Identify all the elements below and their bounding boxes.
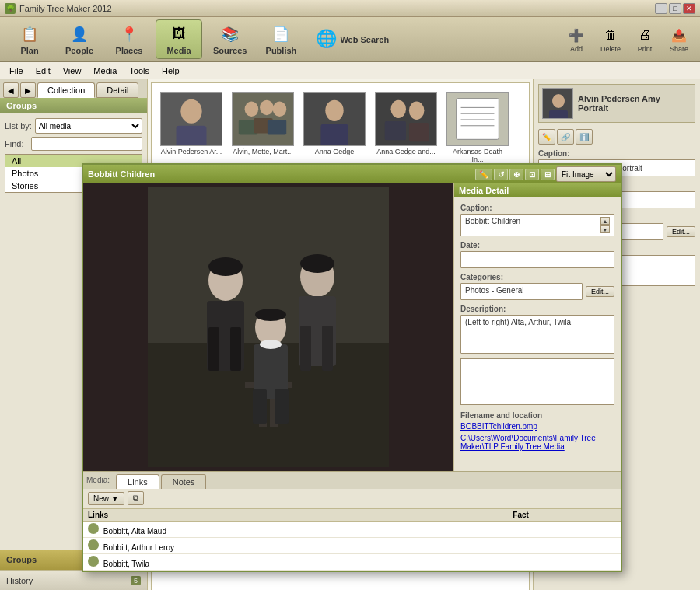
rp-edit-btn[interactable]: ✏️ bbox=[538, 129, 555, 145]
overlay-titlebar: Bobbitt Children ✏️ ↺ ⊕ ⊡ ⊞ Fit Image Ac… bbox=[83, 165, 621, 183]
rp-toolbar: ✏️ 🔗 ℹ️ bbox=[538, 129, 695, 145]
links-table: Links Fact Bobbitt, Alta Maud bbox=[83, 509, 621, 571]
svg-rect-58 bbox=[253, 389, 267, 424]
nav-websearch[interactable]: 🌐 Web Search bbox=[307, 25, 397, 53]
filename-link[interactable]: BOBBITTchildren.bmp bbox=[460, 422, 537, 431]
media-item-anna-gedge[interactable]: Anna Gedge bbox=[299, 88, 369, 167]
overlay-edit-btn[interactable]: ✏️ bbox=[475, 169, 492, 180]
media-item-alvin-pedersen[interactable]: Alvin Pedersen Ar... bbox=[156, 88, 226, 167]
nav-websearch-label: Web Search bbox=[340, 35, 389, 44]
media-item-anna-gedge-label: Anna Gedge bbox=[315, 148, 355, 155]
filepath-link[interactable]: C:\Users\Word\Documents\Family Tree Make… bbox=[460, 434, 614, 451]
svg-rect-12 bbox=[320, 124, 348, 146]
ov-categories-section: Categories: Photos - General Edit... bbox=[460, 273, 614, 300]
close-button[interactable]: ✕ bbox=[683, 3, 695, 14]
nav-media[interactable]: 🖼 Media bbox=[156, 19, 202, 59]
svg-rect-9 bbox=[268, 120, 286, 135]
share-icon: 📤 bbox=[669, 25, 689, 45]
rp-info-btn[interactable]: ℹ️ bbox=[576, 129, 593, 145]
nav-people[interactable]: 👤 People bbox=[56, 20, 103, 58]
table-row[interactable]: Bobbitt, Twila bbox=[83, 554, 621, 571]
link-name-2: Bobbitt, Arthur Leroy bbox=[103, 543, 174, 552]
new-link-button[interactable]: New ▼ bbox=[88, 492, 124, 505]
ov-caption-down[interactable]: ▼ bbox=[600, 225, 610, 233]
nav-places[interactable]: 📍 Places bbox=[106, 20, 152, 58]
menu-file[interactable]: File bbox=[3, 65, 30, 77]
svg-rect-16 bbox=[385, 121, 406, 140]
overlay-zoom-btn[interactable]: ⊞ bbox=[541, 169, 555, 180]
ov-categories-edit-button[interactable]: Edit... bbox=[586, 286, 614, 297]
right-panel-header: Alvin Pedersen Amy Portrait bbox=[538, 84, 695, 123]
title-bar: 🌳 Family Tree Maker 2012 — □ ✕ bbox=[0, 0, 700, 17]
tab-links[interactable]: Links bbox=[116, 474, 159, 489]
link-icon: ⧉ bbox=[133, 494, 138, 503]
table-row[interactable]: Bobbitt, Arthur Leroy bbox=[83, 538, 621, 554]
publish-icon: 📄 bbox=[270, 23, 292, 45]
overlay-refresh-btn[interactable]: ↺ bbox=[494, 169, 508, 180]
minimize-button[interactable]: — bbox=[655, 3, 667, 14]
links-col-header: Links bbox=[83, 509, 508, 522]
add-button[interactable]: ➕ Add bbox=[562, 23, 591, 54]
groups-bottom-label: Groups bbox=[6, 555, 37, 564]
media-icon: 🖼 bbox=[168, 23, 190, 45]
ov-caption-up[interactable]: ▲ bbox=[600, 217, 610, 225]
menu-media[interactable]: Media bbox=[87, 65, 123, 77]
filename-section: Filename and location BOBBITTchildren.bm… bbox=[460, 411, 614, 451]
menu-tools[interactable]: Tools bbox=[123, 65, 156, 77]
maximize-button[interactable]: □ bbox=[669, 3, 681, 14]
overlay-window: Bobbitt Children ✏️ ↺ ⊕ ⊡ ⊞ Fit Image Ac… bbox=[82, 163, 622, 572]
nav-media-label: Media bbox=[166, 46, 191, 55]
delete-label: Delete bbox=[600, 45, 621, 53]
ov-caption-label: Caption: bbox=[460, 204, 614, 212]
nav-sources[interactable]: 📚 Sources bbox=[205, 20, 254, 58]
delete-button[interactable]: 🗑 Delete bbox=[596, 23, 625, 54]
categories-edit-button[interactable]: Edit... bbox=[667, 226, 695, 237]
rp-link-btn[interactable]: 🔗 bbox=[557, 129, 574, 145]
tab-detail[interactable]: Detail bbox=[96, 82, 138, 98]
overlay-info-btn[interactable]: ⊕ bbox=[509, 169, 523, 180]
forward-arrow[interactable]: ▶ bbox=[20, 82, 36, 98]
tab-notes[interactable]: Notes bbox=[161, 474, 207, 489]
ov-scroll-area[interactable] bbox=[460, 358, 614, 405]
caption-label: Caption: bbox=[538, 149, 695, 158]
share-button[interactable]: 📤 Share bbox=[664, 23, 694, 54]
media-item-anna-gedge-and[interactable]: Anna Gedge and... bbox=[371, 88, 441, 167]
menu-view[interactable]: View bbox=[57, 65, 88, 77]
link-icon-btn[interactable]: ⧉ bbox=[128, 491, 144, 505]
link-cell-3: Bobbitt, Twila bbox=[83, 554, 508, 571]
svg-rect-59 bbox=[275, 389, 289, 424]
new-link-label: New ▼ bbox=[93, 494, 119, 503]
menu-edit[interactable]: Edit bbox=[30, 65, 57, 77]
print-icon: 🖨 bbox=[635, 25, 655, 45]
media-item-arkansas-label: Arkansas Death In... bbox=[446, 148, 509, 163]
ov-categories-value: Photos - General bbox=[460, 283, 583, 300]
nav-plan[interactable]: 📋 Plan bbox=[6, 20, 53, 58]
share-label: Share bbox=[670, 45, 688, 53]
find-input[interactable] bbox=[31, 137, 142, 151]
svg-point-63 bbox=[255, 309, 286, 321]
listby-select[interactable]: All media bbox=[35, 118, 142, 134]
bottom-tabs-bar: Media: Links Notes bbox=[83, 471, 621, 489]
svg-point-14 bbox=[391, 100, 407, 118]
history-btn[interactable]: History 5 bbox=[0, 570, 147, 590]
websearch-icon: 🌐 bbox=[315, 28, 337, 50]
tab-collection[interactable]: Collection bbox=[37, 82, 95, 98]
media-item-arkansas[interactable]: Arkansas Death In... bbox=[443, 88, 513, 167]
print-button[interactable]: 🖨 Print bbox=[630, 23, 660, 54]
fit-select[interactable]: Fit Image Actual Size Fit Width bbox=[556, 166, 616, 182]
table-row[interactable]: Bobbitt, Alta Maud bbox=[83, 522, 621, 538]
svg-point-60 bbox=[260, 340, 282, 349]
listby-row: List by: All media bbox=[5, 118, 142, 134]
link-cell: Bobbitt, Alta Maud bbox=[83, 522, 508, 538]
svg-rect-54 bbox=[300, 326, 311, 371]
svg-point-15 bbox=[409, 102, 425, 120]
back-arrow[interactable]: ◀ bbox=[3, 82, 19, 98]
menu-help[interactable]: Help bbox=[156, 65, 186, 77]
media-item-alvin-mette[interactable]: Alvin, Mette, Mart... bbox=[228, 88, 298, 167]
nav-sources-label: Sources bbox=[213, 46, 247, 55]
plan-icon: 📋 bbox=[19, 23, 40, 45]
history-count: 5 bbox=[131, 576, 141, 585]
overlay-fit-btn[interactable]: ⊡ bbox=[525, 169, 539, 180]
nav-publish[interactable]: 📄 Publish bbox=[257, 20, 304, 58]
groups-title: Groups bbox=[6, 101, 37, 110]
